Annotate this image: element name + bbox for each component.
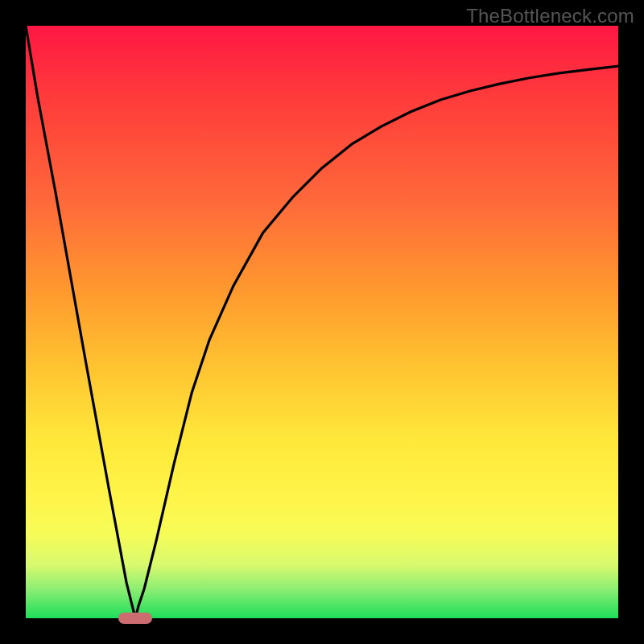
attribution-text: TheBottleneck.com — [466, 5, 634, 27]
bottleneck-chart: TheBottleneck.com — [0, 0, 644, 644]
curve-svg — [26, 26, 618, 618]
bottleneck-curve-path — [26, 26, 618, 618]
plot-area — [26, 26, 618, 618]
optimum-marker — [118, 613, 152, 624]
